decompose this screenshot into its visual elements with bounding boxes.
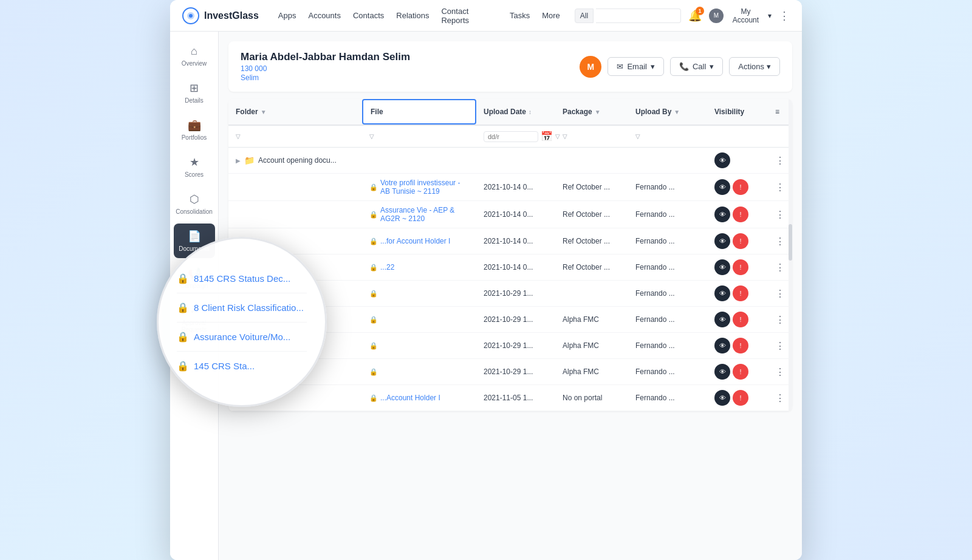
nav-tasks[interactable]: Tasks (510, 11, 530, 20)
contact-header: Maria Abdel-Jabbar Hamdan Selim 130 000 … (228, 41, 792, 92)
nav-more[interactable]: More (542, 11, 560, 20)
sidebar-item-details[interactable]: ⊞ Details (174, 75, 215, 110)
warning-btn-7[interactable]: ! (733, 338, 748, 353)
nav-apps[interactable]: Apps (278, 11, 296, 20)
sidebar-item-portfolios[interactable]: 💼 Portfolios (174, 112, 215, 147)
package-cell-0 (555, 155, 628, 165)
warning-btn-6[interactable]: ! (733, 312, 748, 327)
contact-info: Maria Abdel-Jabbar Hamdan Selim 130 000 … (241, 51, 410, 82)
package-filter-icon[interactable]: ▼ (595, 109, 601, 115)
folder-icon: 📁 (244, 155, 255, 165)
nav-relations[interactable]: Relations (396, 11, 429, 20)
date-sort-icon[interactable]: ↕ (529, 109, 532, 115)
visibility-toggle-1[interactable]: 👁 (714, 179, 730, 195)
nav-contact-reports[interactable]: Contact Reports (441, 7, 497, 25)
visibility-toggle-6[interactable]: 👁 (714, 312, 730, 327)
file-cell-8: 🔒 (362, 363, 476, 381)
row-menu-1[interactable]: ⋮ (775, 182, 785, 193)
file-name-1: Votre profil investisseur - AB Tunisie ~… (380, 179, 469, 196)
top-more-button[interactable]: ⋮ (779, 9, 790, 22)
table-header: Folder ▼ File Upload Date ↕ Package ▼ (228, 99, 792, 126)
file-link-8[interactable]: 🔒 (369, 368, 378, 376)
nav-links: Apps Accounts Contacts Relations Contact… (278, 7, 560, 25)
package-cell-7: Alpha FMC (555, 336, 628, 355)
visibility-toggle-0[interactable]: 👁 (714, 152, 730, 168)
file-link-9[interactable]: 🔒 ...Account Holder I (369, 394, 440, 402)
row-menu-6[interactable]: ⋮ (775, 314, 785, 326)
file-link-3[interactable]: 🔒 ...for Account Holder I (369, 237, 450, 245)
visibility-toggle-4[interactable]: 👁 (714, 259, 730, 275)
warning-btn-1[interactable]: ! (733, 179, 748, 195)
row-menu-9[interactable]: ⋮ (775, 392, 785, 404)
file-link-1[interactable]: 🔒 Votre profil investisseur - AB Tunisie… (369, 179, 469, 196)
row-menu-5[interactable]: ⋮ (775, 288, 785, 299)
warning-btn-4[interactable]: ! (733, 259, 748, 275)
search-all: All (575, 9, 681, 23)
magnify-text-2: Assurance Voiture/Mo... (194, 332, 290, 342)
logo[interactable]: InvestGlass (182, 7, 259, 24)
file-link-2[interactable]: 🔒 Assurance Vie - AEP & AG2R ~ 2120 (369, 206, 469, 223)
sidebar-label-portfolios: Portfolios (182, 134, 207, 141)
warning-btn-8[interactable]: ! (733, 364, 748, 380)
file-link-7[interactable]: 🔒 (369, 342, 378, 350)
row-menu-8[interactable]: ⋮ (775, 366, 785, 378)
contact-tag: Selim (241, 73, 410, 82)
lock-icon-4: 🔒 (369, 264, 378, 271)
calendar-icon[interactable]: 📅 (541, 131, 553, 142)
visibility-toggle-5[interactable]: 👁 (714, 285, 730, 301)
folder-cell-2 (228, 210, 362, 219)
row-menu-3[interactable]: ⋮ (775, 236, 785, 247)
scrollbar[interactable] (789, 99, 792, 411)
row-menu-7[interactable]: ⋮ (775, 340, 785, 352)
date-filter-input[interactable] (484, 131, 538, 142)
filter-date[interactable]: 📅 ▽ (476, 128, 555, 145)
file-cell-9: 🔒 ...Account Holder I (362, 389, 476, 407)
visibility-toggle-7[interactable]: 👁 (714, 338, 730, 353)
row-menu-4[interactable]: ⋮ (775, 262, 785, 273)
col-settings-icon[interactable]: ≡ (775, 108, 779, 116)
visibility-toggle-8[interactable]: 👁 (714, 364, 730, 380)
warning-btn-3[interactable]: ! (733, 233, 748, 249)
top-nav: InvestGlass Apps Accounts Contacts Relat… (170, 0, 802, 32)
file-name-2: Assurance Vie - AEP & AG2R ~ 2120 (380, 206, 469, 223)
file-link-4[interactable]: 🔒 ...22 (369, 263, 394, 271)
warning-btn-9[interactable]: ! (733, 390, 748, 406)
warning-btn-2[interactable]: ! (733, 207, 748, 222)
sidebar-item-overview[interactable]: ⌂ Overview (174, 39, 215, 73)
file-cell-2: 🔒 Assurance Vie - AEP & AG2R ~ 2120 (362, 201, 476, 228)
lock-icon-5: 🔒 (369, 290, 378, 298)
expand-icon[interactable]: ▶ (236, 157, 241, 164)
actions-button[interactable]: Actions ▾ (729, 57, 780, 76)
uploadby-filter-icon[interactable]: ▼ (674, 109, 680, 115)
visibility-toggle-9[interactable]: 👁 (714, 390, 730, 406)
nav-contacts[interactable]: Contacts (353, 11, 384, 20)
call-label: Call (693, 62, 706, 71)
email-button[interactable]: ✉ Email ▾ (608, 57, 664, 76)
row-menu-2[interactable]: ⋮ (775, 209, 785, 220)
notifications-button[interactable]: 🔔 1 (688, 9, 702, 22)
my-account-button[interactable]: M My Account ▾ (709, 7, 772, 24)
warning-btn-5[interactable]: ! (733, 285, 748, 301)
sidebar-item-consolidation[interactable]: ⬡ Consolidation (174, 186, 215, 221)
folder-filter-icon[interactable]: ▼ (261, 109, 267, 115)
visibility-toggle-2[interactable]: 👁 (714, 207, 730, 222)
visibility-cell-0: 👁 (707, 148, 768, 173)
nav-accounts[interactable]: Accounts (308, 11, 340, 20)
uploadby-cell-5: Fernando ... (628, 284, 707, 302)
uploadby-cell-2: Fernando ... (628, 205, 707, 224)
search-input[interactable] (596, 9, 681, 23)
call-button[interactable]: 📞 Call ▾ (670, 57, 723, 76)
visibility-toggle-3[interactable]: 👁 (714, 233, 730, 249)
table-row: 🔒 ...Account Holder I 2021-11-05 1... No… (228, 385, 792, 411)
row-menu-0[interactable]: ⋮ (775, 155, 785, 166)
search-all-button[interactable]: All (575, 9, 594, 23)
magnify-item-0: 🔒 8145 CRS Status Dec... (177, 264, 307, 293)
row-actions-6: 👁 ! (707, 307, 768, 332)
uploadby-cell-4: Fernando ... (628, 258, 707, 276)
file-link-5[interactable]: 🔒 (369, 290, 380, 298)
th-upload-by: Upload By ▼ (628, 99, 707, 125)
file-link-6[interactable]: 🔒 (369, 316, 378, 324)
sidebar-item-scores[interactable]: ★ Scores (174, 149, 215, 184)
details-icon: ⊞ (190, 81, 199, 95)
scrollbar-thumb[interactable] (789, 224, 792, 261)
